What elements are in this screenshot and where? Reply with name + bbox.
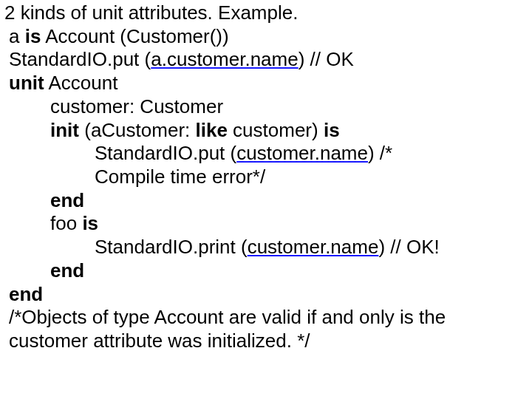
text: StandardIO.print ( [95,236,248,258]
code-line: StandardIO.put (a.customer.name) // OK [4,48,528,72]
text: ) // OK! [378,236,439,258]
code-line: customer attribute was initialized. */ [4,330,528,353]
text: a [9,25,25,47]
code-line: end [4,259,528,283]
code-line: end [4,283,528,307]
text: ) // OK [299,48,354,70]
code-line: unit Account [4,72,528,95]
keyword-is: is [324,119,340,141]
code-line: customer: Customer [4,95,528,119]
code-line: Compile time error*/ [4,166,528,189]
code-slide: 2 kinds of unit attributes. Example. a i… [0,0,532,355]
keyword-end: end [50,189,84,211]
text: Account (Customer()) [41,25,228,47]
code-line: init (aCustomer: like customer) is [4,119,528,143]
text: /*Objects of type Account are valid if a… [9,306,446,328]
text: customer: Customer [50,95,223,117]
keyword-is: is [82,212,98,234]
code-line: StandardIO.print (customer.name) // OK! [4,236,528,259]
keyword-is: is [25,25,41,47]
text: 2 kinds of unit attributes. Example. [4,1,298,24]
text: ) /* [368,142,392,164]
underlined-expr: customer.name [236,142,368,164]
text: Compile time error*/ [95,166,265,188]
text: customer attribute was initialized. */ [9,330,310,352]
code-line: /*Objects of type Account are valid if a… [4,306,528,330]
keyword-end: end [50,259,84,282]
text: (aCustomer: [79,119,196,141]
code-line: StandardIO.put (customer.name) /* [4,142,528,166]
keyword-unit: unit [9,72,44,94]
text: customer) [228,119,324,141]
code-line: a is Account (Customer()) [4,25,528,49]
text: foo [50,212,82,234]
keyword-end: end [9,283,43,305]
underlined-expr: a.customer.name [151,48,298,70]
text: StandardIO.put ( [9,48,151,70]
keyword-like: like [196,119,228,141]
code-line: foo is [4,212,528,236]
underlined-expr: customer.name [248,236,379,258]
code-line: 2 kinds of unit attributes. Example. [4,1,528,25]
text: Account [44,72,118,94]
keyword-init: init [50,119,79,141]
text: StandardIO.put ( [95,142,236,164]
code-line: end [4,189,528,213]
